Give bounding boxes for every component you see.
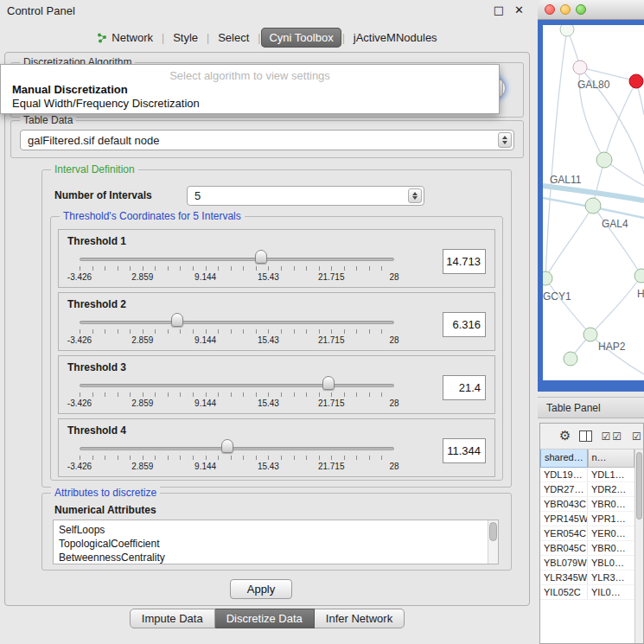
- close-panel-icon[interactable]: ✕: [514, 3, 524, 16]
- table-cell[interactable]: YPR145W: [540, 512, 587, 526]
- slider-handle[interactable]: [171, 313, 183, 327]
- network-node[interactable]: [596, 152, 612, 168]
- table-cell[interactable]: YLR345W: [540, 571, 587, 584]
- table-cell[interactable]: YIL052C: [540, 585, 587, 599]
- table-data-combobox[interactable]: galFiltered.sif default node: [20, 130, 514, 150]
- table-cell[interactable]: YLR3…: [587, 571, 634, 584]
- slider-handle[interactable]: [221, 439, 233, 453]
- table-cell[interactable]: YDL19…: [540, 468, 587, 481]
- table-cell[interactable]: YIL0…: [587, 585, 634, 599]
- table-cell[interactable]: YBR043C: [540, 497, 587, 511]
- list-scrollbar[interactable]: [488, 520, 498, 564]
- table-cell[interactable]: YBL0…: [587, 556, 634, 570]
- table-row[interactable]: YPR145WYPR1…: [540, 512, 634, 526]
- control-panel-titlebar: Control Panel □ ✕: [0, 0, 534, 22]
- tab-jactivemnodules[interactable]: jActiveMNodules: [346, 28, 445, 48]
- attribute-item[interactable]: TopologicalCoefficient: [59, 537, 484, 551]
- table-row[interactable]: YLR345WYLR3…: [540, 571, 634, 585]
- slider-handle[interactable]: [322, 376, 335, 390]
- table-row[interactable]: YDL19…YDL1…: [540, 468, 634, 482]
- table-cell[interactable]: YDL1…: [587, 468, 634, 481]
- table-cell[interactable]: YPR1…: [587, 512, 634, 526]
- dropdown-option[interactable]: Equal Width/Frequency Discretization: [1, 98, 499, 110]
- threshold-value-field[interactable]: 11.344: [443, 438, 486, 463]
- threshold-slider[interactable]: -3.4262.8599.14415.4321.71528: [80, 375, 394, 411]
- threshold-value-field[interactable]: 6.316: [443, 312, 486, 337]
- node-label: GAL80: [577, 79, 610, 91]
- node-label: H: [637, 288, 644, 300]
- float-window-icon[interactable]: □: [494, 3, 504, 16]
- column-header[interactable]: shared…: [540, 450, 588, 468]
- minimize-traffic-light-icon[interactable]: [560, 4, 571, 15]
- select-rows-checkboxes-icon[interactable]: ☑☑: [632, 431, 643, 442]
- columns-icon[interactable]: [579, 430, 592, 442]
- network-node[interactable]: [583, 328, 597, 341]
- table-scrollbar-thumb[interactable]: [636, 452, 642, 520]
- bottom-tab-infer-network[interactable]: Infer Network: [315, 609, 405, 628]
- network-node[interactable]: [560, 25, 574, 36]
- table-cell[interactable]: YDR2…: [587, 482, 634, 496]
- tab-label: Network: [112, 31, 153, 44]
- table-cell[interactable]: YER0…: [587, 526, 634, 540]
- node-label: HAP2: [598, 341, 626, 353]
- network-edge[interactable]: [545, 29, 567, 278]
- network-node[interactable]: [634, 269, 644, 283]
- node-label: GCY1: [543, 290, 571, 303]
- table-row[interactable]: YER054CYER0…: [540, 526, 634, 541]
- zoom-traffic-light-icon[interactable]: [576, 4, 586, 15]
- table-panel-titlebar: Table Panel: [538, 397, 644, 418]
- network-window-titlebar[interactable]: [538, 0, 644, 20]
- bottom-tab-impute-data[interactable]: Impute Data: [130, 609, 215, 628]
- tab-select[interactable]: Select: [210, 28, 257, 48]
- network-node[interactable]: [573, 61, 587, 74]
- table-cell[interactable]: YBR045C: [540, 541, 587, 555]
- table-row[interactable]: YIL052CYIL0…: [540, 585, 634, 600]
- slider-handle[interactable]: [255, 250, 267, 264]
- apply-button[interactable]: Apply: [230, 579, 292, 599]
- list-scrollbar-thumb[interactable]: [489, 522, 497, 541]
- network-node[interactable]: [543, 271, 552, 285]
- scale-label: 21.715: [318, 399, 345, 408]
- threshold-value-field[interactable]: 21.4: [443, 375, 486, 400]
- close-traffic-light-icon[interactable]: [545, 4, 555, 15]
- network-edge[interactable]: [590, 276, 641, 335]
- select-columns-checkboxes-icon[interactable]: ☑☑: [601, 431, 623, 442]
- combo-arrows-icon: [498, 132, 512, 148]
- network-node[interactable]: [629, 74, 643, 88]
- scale-label: 15.43: [258, 272, 279, 282]
- threshold-slider[interactable]: -3.4262.8599.14415.4321.71528: [80, 249, 394, 285]
- network-node[interactable]: [564, 352, 577, 366]
- table-row[interactable]: YBL079WYBL0…: [540, 556, 634, 571]
- bottom-tab-discretize-data[interactable]: Discretize Data: [215, 609, 315, 628]
- network-canvas-svg[interactable]: GAL80GAL11GAL4GCY1HHAP2: [543, 25, 644, 380]
- table-cell[interactable]: YBR0…: [587, 497, 634, 511]
- number-of-intervals-combobox[interactable]: 5: [187, 186, 424, 206]
- table-cell[interactable]: YBL079W: [540, 556, 587, 570]
- threshold-slider[interactable]: -3.4262.8599.14415.4321.71528: [80, 438, 394, 475]
- network-edge[interactable]: [545, 278, 590, 335]
- network-node[interactable]: [585, 198, 601, 214]
- network-edge[interactable]: [545, 206, 593, 278]
- column-header[interactable]: n…: [588, 450, 635, 468]
- number-of-intervals-label: Number of Intervals: [54, 189, 152, 201]
- attributes-list[interactable]: SelfLoopsTopologicalCoefficientBetweenne…: [53, 520, 499, 564]
- table-data-group-label: Table Data: [20, 114, 76, 126]
- tab-cyni-toolbox[interactable]: Cyni Toolbox: [261, 28, 341, 48]
- tab-style[interactable]: Style: [165, 28, 206, 48]
- table-row[interactable]: YBR043CYBR0…: [540, 497, 634, 512]
- threshold-value-field[interactable]: 14.713: [443, 249, 486, 274]
- threshold-slider[interactable]: -3.4262.8599.14415.4321.71528: [80, 312, 394, 348]
- settings-gear-icon[interactable]: ⚙: [559, 430, 571, 443]
- table-cell[interactable]: YER054C: [540, 526, 587, 540]
- table-row[interactable]: YDR27…YDR2…: [540, 482, 634, 497]
- attribute-item[interactable]: BetweennessCentrality: [59, 551, 484, 564]
- table-cell[interactable]: YDR27…: [540, 482, 587, 496]
- table-scrollbar[interactable]: [634, 450, 643, 643]
- tab-label: Style: [173, 31, 198, 44]
- dropdown-option[interactable]: Manual Discretization: [1, 84, 499, 96]
- attribute-item[interactable]: SelfLoops: [59, 523, 484, 537]
- table-row[interactable]: YBR045CYBR0…: [540, 541, 634, 556]
- tab-network[interactable]: Network: [89, 28, 161, 48]
- network-canvas[interactable]: GAL80GAL11GAL4GCY1HHAP2: [543, 25, 644, 380]
- table-cell[interactable]: YBR0…: [587, 541, 634, 555]
